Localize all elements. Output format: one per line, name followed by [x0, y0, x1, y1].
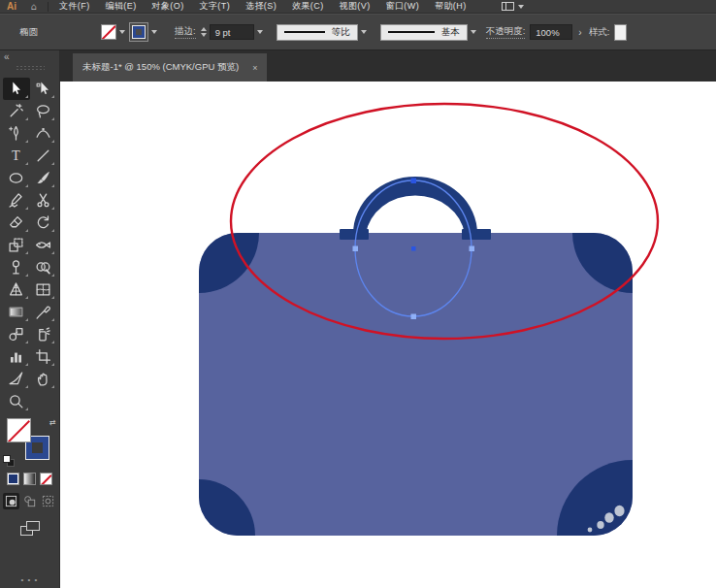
tool-puppet-warp[interactable]: [3, 256, 30, 278]
menu-bar: Ai ⌂ 文件(F)编辑(E)对象(O)文字(T)选择(S)效果(C)视图(V)…: [0, 0, 716, 14]
edit-toolbar-button[interactable]: • • •: [0, 575, 59, 588]
anchor-point-top[interactable]: [411, 179, 417, 184]
close-icon[interactable]: ×: [252, 63, 257, 73]
corner-protector-bottom-left[interactable]: [143, 479, 255, 588]
panel-grip-handle[interactable]: [16, 65, 45, 72]
stroke-weight-input[interactable]: 9 pt: [210, 24, 254, 40]
tool-magic-wand[interactable]: [3, 100, 30, 122]
tool-perspective-grid[interactable]: [3, 278, 30, 301]
gradient-button[interactable]: [23, 473, 36, 485]
menu-item-0[interactable]: 文件(F): [51, 0, 98, 13]
suitcase-handle[interactable]: [340, 177, 491, 240]
home-icon[interactable]: ⌂: [23, 0, 45, 13]
tool-pen[interactable]: [3, 122, 30, 145]
tool-scissors[interactable]: [30, 189, 57, 212]
control-bar: 椭圆 描边: 9 pt 等比 基本 不透明度: 100% › 样式:: [0, 14, 716, 50]
document-area: 未标题-1* @ 150% (CMYK/GPU 预览) ×: [60, 50, 716, 588]
workspace-switcher[interactable]: [502, 2, 524, 11]
tool-mesh[interactable]: [30, 278, 57, 301]
chevron-down-icon[interactable]: [119, 30, 125, 34]
step-down-icon[interactable]: [201, 33, 207, 37]
opacity-panel-arrow[interactable]: ›: [578, 27, 581, 38]
tool-ellipse[interactable]: [3, 167, 30, 189]
color-button[interactable]: [7, 473, 19, 485]
width-profile-dropdown[interactable]: 等比: [277, 24, 358, 41]
stroke-weight-label[interactable]: 描边:: [175, 25, 196, 39]
tool-type[interactable]: T: [3, 145, 30, 167]
swap-fill-stroke-icon[interactable]: ⇄: [49, 418, 56, 427]
fill-color-swatch[interactable]: [101, 24, 116, 40]
illustrator-window: Ai ⌂ 文件(F)编辑(E)对象(O)文字(T)选择(S)效果(C)视图(V)…: [0, 0, 716, 588]
menu-item-6[interactable]: 视图(V): [332, 0, 378, 13]
tool-direct-selection[interactable]: [30, 78, 57, 100]
draw-inside-button[interactable]: [40, 493, 56, 509]
step-up-icon[interactable]: [201, 27, 207, 31]
app-logo[interactable]: Ai: [0, 0, 23, 14]
menu-item-4[interactable]: 选择(S): [238, 0, 284, 13]
tool-gradient[interactable]: [3, 301, 30, 323]
menu-item-3[interactable]: 文字(T): [192, 0, 239, 13]
brush-definition-dropdown[interactable]: 基本: [380, 24, 468, 41]
tool-symbol-sprayer[interactable]: [30, 323, 57, 345]
stroke-color-swatch[interactable]: [129, 22, 148, 42]
tool-selection[interactable]: [3, 78, 30, 100]
anchor-point-left[interactable]: [353, 246, 359, 252]
divider: [48, 2, 49, 12]
stroke-preview-line: [284, 31, 325, 33]
tool-rotate[interactable]: [30, 212, 57, 234]
tool-hand[interactable]: [30, 368, 57, 390]
tool-zoom[interactable]: [3, 390, 30, 412]
tool-shape-builder[interactable]: [30, 256, 57, 278]
drawing-mode-buttons: [0, 493, 59, 509]
corner-protector-top-left[interactable]: [139, 173, 259, 293]
document-tab-bar: 未标题-1* @ 150% (CMYK/GPU 预览) ×: [60, 50, 716, 82]
menu-item-1[interactable]: 编辑(E): [98, 0, 145, 13]
svg-text:T: T: [12, 147, 20, 163]
opacity-input[interactable]: 100%: [530, 24, 572, 40]
tool-scale[interactable]: [3, 234, 30, 256]
selection-type-label: 椭圆: [19, 26, 101, 39]
tools-panel: « T ⇄ • • •: [0, 50, 60, 588]
default-fill-stroke-icon[interactable]: [3, 455, 15, 467]
collapse-panel-button[interactable]: «: [4, 51, 10, 62]
none-button[interactable]: [40, 473, 52, 485]
brush-label: 基本: [441, 26, 460, 39]
chevron-down-icon[interactable]: [361, 30, 367, 34]
workspace: « T ⇄ • • •: [0, 50, 716, 588]
menu-item-7[interactable]: 窗口(W): [378, 0, 428, 13]
tool-line-segment[interactable]: [30, 145, 57, 167]
anchor-point-right[interactable]: [470, 246, 475, 252]
tool-width[interactable]: [30, 234, 57, 256]
width-profile-label: 等比: [332, 26, 350, 39]
tool-artboard[interactable]: [30, 345, 57, 368]
chevron-down-icon[interactable]: [151, 30, 157, 34]
chevron-down-icon[interactable]: [257, 30, 263, 34]
tool-shaper[interactable]: [3, 189, 30, 212]
canvas[interactable]: [60, 82, 716, 588]
tool-eraser[interactable]: [3, 212, 30, 234]
tool-lasso[interactable]: [30, 100, 57, 122]
tool-curvature[interactable]: [30, 122, 57, 145]
style-label: 样式:: [589, 26, 610, 39]
screen-mode-button[interactable]: [0, 521, 59, 536]
center-point[interactable]: [411, 246, 416, 251]
fill-swatch-none[interactable]: [7, 418, 31, 442]
stroke-weight-stepper[interactable]: [201, 27, 207, 37]
tool-eyedropper[interactable]: [30, 301, 57, 323]
tool-paintbrush[interactable]: [30, 167, 57, 189]
menu-item-2[interactable]: 对象(O): [145, 0, 192, 13]
menu-item-5[interactable]: 效果(C): [284, 0, 332, 13]
draw-normal-button[interactable]: [3, 493, 19, 509]
draw-behind-button[interactable]: [21, 493, 38, 509]
suitcase-body[interactable]: [199, 233, 633, 536]
chevron-down-icon[interactable]: [471, 30, 476, 34]
tool-blend[interactable]: [3, 323, 30, 345]
opacity-label[interactable]: 不透明度:: [486, 25, 526, 39]
menu-items: 文件(F)编辑(E)对象(O)文字(T)选择(S)效果(C)视图(V)窗口(W)…: [51, 0, 474, 13]
tool-column-graph[interactable]: [3, 345, 30, 368]
anchor-point-bottom[interactable]: [411, 314, 417, 320]
tool-slice[interactable]: [3, 368, 30, 390]
document-tab[interactable]: 未标题-1* @ 150% (CMYK/GPU 预览) ×: [73, 53, 267, 82]
graphic-style-swatch[interactable]: [614, 24, 627, 41]
menu-item-8[interactable]: 帮助(H): [427, 0, 474, 13]
